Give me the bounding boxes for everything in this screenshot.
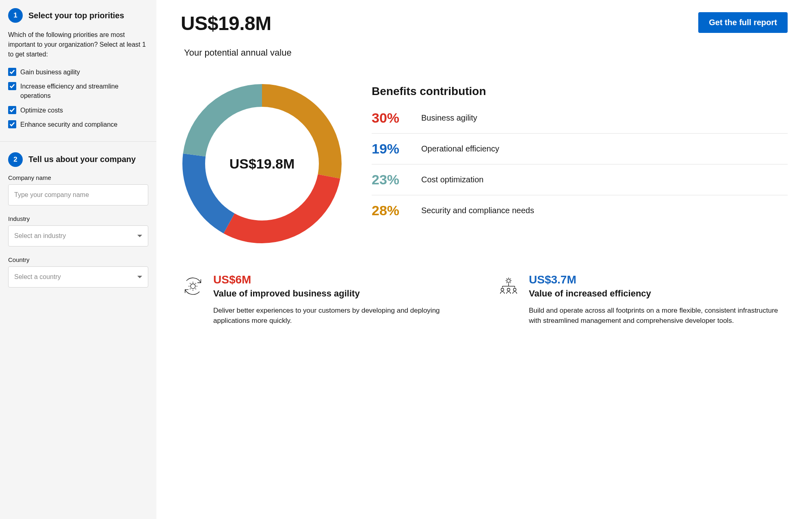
country-select[interactable]: Select a country [8,266,148,288]
step1-header: 1 Select your top priorities [8,8,148,23]
total-value: US$19.8M [181,12,292,35]
checkbox-agility[interactable] [8,68,16,76]
benefits-title: Benefits contribution [372,85,788,98]
industry-label: Industry [8,215,148,222]
company-name-label: Company name [8,174,148,181]
country-placeholder: Select a country [14,273,61,281]
step1-description: Which of the following priorities are mo… [8,30,148,59]
card-value: US$3.7M [529,273,788,286]
gear-refresh-icon [181,273,205,298]
card-description: Deliver better experiences to your custo… [213,305,472,326]
card-title: Value of improved business agility [213,288,472,300]
benefit-pct: 28% [372,203,410,218]
benefit-pct: 30% [372,110,410,126]
chevron-down-icon [137,276,142,278]
sidebar-divider [0,141,156,142]
gear-people-icon [496,273,521,298]
benefit-label: Security and compliance needs [421,206,534,215]
benefit-row-cost: 23% Cost optimization [372,164,788,195]
donut-center-value: US$19.8M [181,82,343,245]
get-full-report-button[interactable]: Get the full report [698,12,788,33]
priority-option-costs: Optimize costs [8,106,148,115]
benefit-label: Cost optimization [421,175,483,184]
benefits-list: Benefits contribution 30% Business agili… [372,82,788,226]
mid-row: US$19.8M Benefits contribution 30% Busin… [181,82,788,245]
benefit-row-efficiency: 19% Operational efficiency [372,134,788,164]
step1-title: Select your top priorities [28,11,124,20]
country-label: Country [8,256,148,263]
value-cards: US$6M Value of improved business agility… [181,273,788,326]
card-description: Build and operate across all footprints … [529,305,788,326]
card-body: US$6M Value of improved business agility… [213,273,472,326]
benefit-row-agility: 30% Business agility [372,103,788,134]
value-card-agility: US$6M Value of improved business agility… [181,273,472,326]
priority-label: Enhance security and compliance [20,120,117,129]
benefit-label: Business agility [421,113,477,123]
benefits-donut-chart: US$19.8M [181,82,343,245]
step1-badge: 1 [8,8,23,23]
industry-select[interactable]: Select an industry [8,225,148,247]
svg-point-12 [513,288,516,291]
topbar: US$19.8M Your potential annual value Get… [181,12,788,58]
benefit-label: Operational efficiency [421,144,499,154]
svg-point-4 [191,284,195,289]
priority-label: Gain business agility [20,67,80,77]
value-card-efficiency: US$3.7M Value of increased efficiency Bu… [496,273,788,326]
step2-header: 2 Tell us about your company [8,152,148,167]
checkbox-efficiency[interactable] [8,82,16,90]
checkbox-security[interactable] [8,120,16,128]
benefit-pct: 23% [372,172,410,188]
priority-checklist: Gain business agility Increase efficienc… [8,67,148,129]
step2-badge: 2 [8,152,23,167]
card-value: US$6M [213,273,472,286]
priority-option-efficiency: Increase efficiency and streamline opera… [8,82,148,100]
svg-point-5 [507,279,510,282]
priority-label: Increase efficiency and streamline opera… [20,82,148,100]
chevron-down-icon [137,235,142,237]
industry-placeholder: Select an industry [14,232,66,240]
priority-option-security: Enhance security and compliance [8,120,148,129]
main-panel: US$19.8M Your potential annual value Get… [156,0,812,519]
benefit-pct: 19% [372,141,410,157]
total-block: US$19.8M Your potential annual value [181,12,292,58]
sidebar: 1 Select your top priorities Which of th… [0,0,156,519]
svg-point-10 [501,288,504,291]
benefit-row-security: 28% Security and compliance needs [372,195,788,226]
priority-option-agility: Gain business agility [8,67,148,77]
step2-title: Tell us about your company [28,155,136,164]
priority-label: Optimize costs [20,106,63,115]
total-subtitle: Your potential annual value [184,48,292,58]
company-name-input[interactable] [8,184,148,205]
svg-point-11 [507,288,510,291]
card-body: US$3.7M Value of increased efficiency Bu… [529,273,788,326]
checkbox-costs[interactable] [8,106,16,114]
card-title: Value of increased efficiency [529,288,788,300]
